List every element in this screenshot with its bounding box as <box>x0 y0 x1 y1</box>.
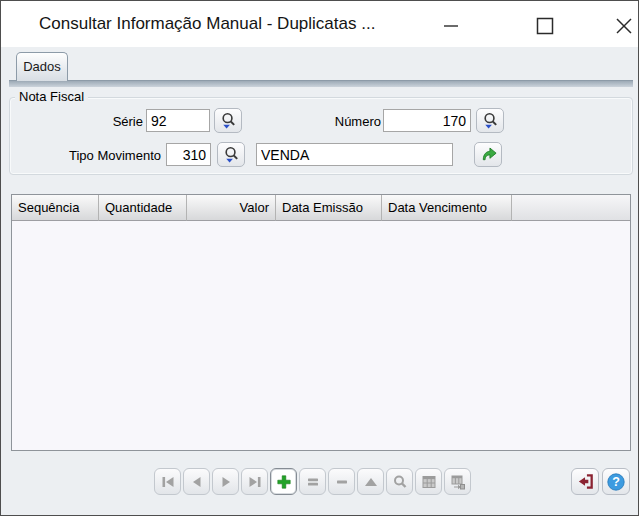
maximize-icon <box>535 16 555 36</box>
grid-view-button[interactable] <box>415 468 442 495</box>
column-header-filler <box>512 195 630 221</box>
column-header-quantidade[interactable]: Quantidade <box>99 195 187 221</box>
tab-dados[interactable]: Dados <box>16 52 68 81</box>
export-grid-icon <box>450 474 466 490</box>
grid-body-empty[interactable] <box>12 221 630 450</box>
exit-button[interactable] <box>571 468 599 495</box>
edit-equals-icon <box>305 474 321 490</box>
minimize-button[interactable] <box>432 9 470 43</box>
confirm-go-button[interactable] <box>474 142 502 167</box>
tipo-movimento-label: Tipo Movimento <box>63 148 161 163</box>
insert-plus-icon <box>276 474 292 490</box>
tab-page-edge <box>9 80 633 87</box>
numero-lookup-button[interactable] <box>476 108 504 133</box>
lookup-magnifier-icon <box>222 145 241 164</box>
window-title: Consultar Informação Manual - Duplicatas… <box>39 1 375 47</box>
first-record-button[interactable] <box>154 468 181 495</box>
record-navigator <box>154 468 471 495</box>
column-header-data-emissao[interactable]: Data Emissão <box>276 195 382 221</box>
next-record-button[interactable] <box>212 468 239 495</box>
green-go-arrow-icon <box>479 145 498 164</box>
search-magnifier-icon <box>392 474 408 490</box>
column-header-valor[interactable]: Valor <box>187 195 276 221</box>
prior-record-button[interactable] <box>183 468 210 495</box>
last-record-button[interactable] <box>241 468 268 495</box>
duplicatas-grid[interactable]: Sequência Quantidade Valor Data Emissão … <box>11 194 631 451</box>
serie-label: Série <box>81 114 143 129</box>
first-record-icon <box>160 474 176 490</box>
groupbox-label: Nota Fiscal <box>15 89 88 104</box>
title-bar[interactable]: Consultar Informação Manual - Duplicatas… <box>1 1 638 47</box>
tipo-movimento-descricao-input[interactable] <box>256 143 453 166</box>
post-record-button[interactable] <box>357 468 384 495</box>
help-button[interactable]: ? <box>602 468 630 495</box>
insert-record-button[interactable] <box>270 468 297 495</box>
column-header-data-vencimento[interactable]: Data Vencimento <box>382 195 512 221</box>
numero-label: Número <box>301 114 381 129</box>
edit-record-button[interactable] <box>299 468 326 495</box>
minimize-icon <box>441 16 461 36</box>
last-record-icon <box>247 474 263 490</box>
serie-lookup-button[interactable] <box>214 108 242 133</box>
footer-buttons: ? <box>571 468 630 495</box>
export-grid-button[interactable] <box>444 468 471 495</box>
exit-door-arrow-icon <box>576 472 595 491</box>
tipo-movimento-lookup-button[interactable] <box>217 142 245 167</box>
lookup-magnifier-icon <box>219 111 238 130</box>
search-record-button[interactable] <box>386 468 413 495</box>
delete-record-button[interactable] <box>328 468 355 495</box>
column-header-sequencia[interactable]: Sequência <box>12 195 99 221</box>
close-icon <box>614 16 634 36</box>
lookup-magnifier-icon <box>481 111 500 130</box>
delete-minus-icon <box>334 474 350 490</box>
maximize-button[interactable] <box>526 9 564 43</box>
app-window: Consultar Informação Manual - Duplicatas… <box>0 0 639 516</box>
next-record-icon <box>218 474 234 490</box>
help-question-icon: ? <box>606 472 626 492</box>
post-triangle-up-icon <box>363 474 379 490</box>
prior-record-icon <box>189 474 205 490</box>
tipo-movimento-input[interactable] <box>166 143 211 166</box>
grid-header-row: Sequência Quantidade Valor Data Emissão … <box>12 195 630 221</box>
svg-text:?: ? <box>612 475 620 489</box>
numero-input[interactable] <box>383 109 471 132</box>
serie-input[interactable] <box>146 109 210 132</box>
grid-table-icon <box>421 474 437 490</box>
close-button[interactable] <box>605 9 639 43</box>
